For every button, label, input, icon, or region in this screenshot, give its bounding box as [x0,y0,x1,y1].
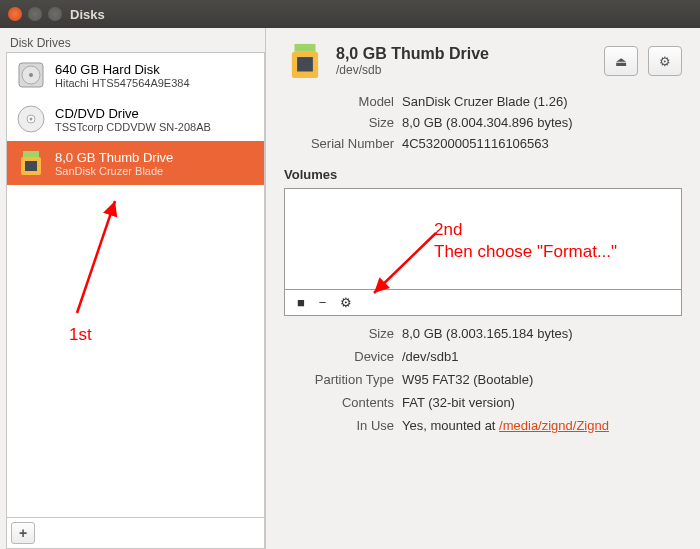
sidebar: Disk Drives 640 GB Hard Disk Hitachi HTS… [0,28,266,549]
unmount-button[interactable]: ■ [297,295,305,310]
drive-header-title: 8,0 GB Thumb Drive [336,45,594,63]
drive-subtitle: Hitachi HTS547564A9E384 [55,77,190,89]
drive-list: 640 GB Hard Disk Hitachi HTS547564A9E384… [6,52,265,517]
annotation-1st: 1st [69,325,92,345]
drive-header-sub: /dev/sdb [336,63,594,77]
volumes-label: Volumes [284,167,682,182]
vol-ptype-value: W95 FAT32 (Bootable) [402,372,682,387]
vol-contents-value: FAT (32-bit version) [402,395,682,410]
vol-device-label: Device [284,349,394,364]
model-value: SanDisk Cruzer Blade (1.26) [402,94,682,109]
svg-rect-8 [25,161,37,171]
minus-icon: − [319,295,327,310]
svg-rect-12 [297,57,313,71]
svg-point-2 [29,73,33,77]
drive-options-button[interactable]: ⚙ [648,46,682,76]
mount-link[interactable]: /media/zignd/Zignd [499,418,609,433]
drive-title: 8,0 GB Thumb Drive [55,150,173,165]
drive-item-optical[interactable]: CD/DVD Drive TSSTcorp CDDVDW SN-208AB [7,97,264,141]
svg-point-5 [30,118,33,121]
volume-options-button[interactable]: ⚙ [340,295,352,310]
vol-inuse-value: Yes, mounted at /media/zignd/Zignd [402,418,682,433]
main-panel: 8,0 GB Thumb Drive /dev/sdb ⏏ ⚙ Model Sa… [266,28,700,549]
serial-label: Serial Number [284,136,394,151]
vol-inuse-label: In Use [284,418,394,433]
volume-toolbar: ■ − ⚙ [285,289,681,315]
drive-item-hdd[interactable]: 640 GB Hard Disk Hitachi HTS547564A9E384 [7,53,264,97]
drive-subtitle: TSSTcorp CDDVDW SN-208AB [55,121,211,133]
window-controls [8,7,62,21]
vol-size-value: 8,0 GB (8.003.165.184 bytes) [402,326,682,341]
drive-title: 640 GB Hard Disk [55,62,190,77]
close-icon[interactable] [8,7,22,21]
serial-value: 4C532000051116106563 [402,136,682,151]
delete-partition-button[interactable]: − [319,295,327,310]
drive-title: CD/DVD Drive [55,106,211,121]
vol-contents-label: Contents [284,395,394,410]
thumb-drive-icon [284,40,326,82]
sidebar-footer: + [6,517,265,549]
svg-rect-10 [295,44,316,52]
gear-icon: ⚙ [659,54,671,69]
size-value: 8,0 GB (8.004.304.896 bytes) [402,115,682,130]
volume-box[interactable]: ■ − ⚙ [284,188,682,316]
add-button[interactable]: + [11,522,35,544]
eject-button[interactable]: ⏏ [604,46,638,76]
sidebar-label: Disk Drives [6,34,265,52]
stop-icon: ■ [297,295,305,310]
model-label: Model [284,94,394,109]
size-label: Size [284,115,394,130]
drive-item-thumb[interactable]: 8,0 GB Thumb Drive SanDisk Cruzer Blade [7,141,264,185]
maximize-icon[interactable] [48,7,62,21]
svg-rect-6 [23,151,39,157]
svg-line-9 [77,201,115,313]
titlebar: Disks [0,0,700,28]
window-title: Disks [70,7,105,22]
vol-device-value: /dev/sdb1 [402,349,682,364]
eject-icon: ⏏ [615,54,627,69]
gear-icon: ⚙ [340,295,352,310]
minimize-icon[interactable] [28,7,42,21]
vol-ptype-label: Partition Type [284,372,394,387]
hdd-icon [15,59,47,91]
vol-size-label: Size [284,326,394,341]
annotation-arrow-1 [47,193,127,323]
drive-subtitle: SanDisk Cruzer Blade [55,165,173,177]
optical-icon [15,103,47,135]
thumb-drive-icon [15,147,47,179]
